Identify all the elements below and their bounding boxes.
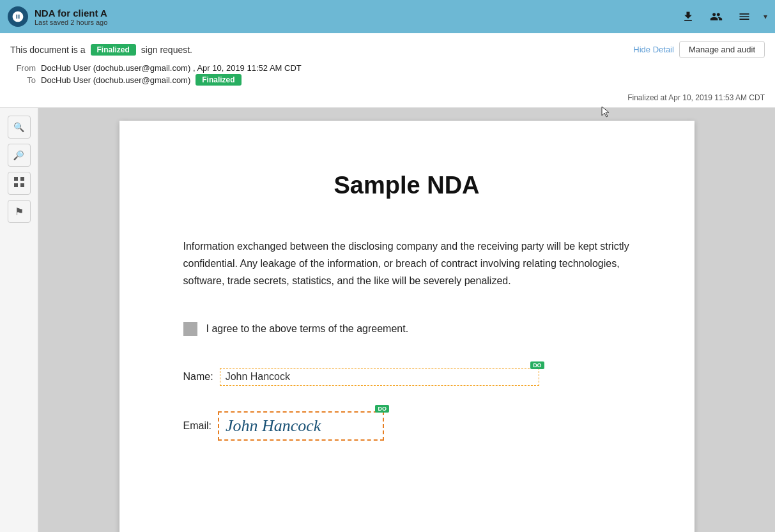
finalized-at-text: Finalized at Apr 10, 2019 11:53 AM CDT <box>627 93 765 102</box>
email-signature-value: John Hancock <box>226 416 321 435</box>
menu-chevron: ▾ <box>763 12 767 21</box>
header-title-group: NDA for client A Last saved 2 hours ago <box>35 8 673 26</box>
from-label: From <box>10 63 36 73</box>
info-bar-meta: From DocHub User (dochub.user@gmail.com)… <box>0 63 775 91</box>
menu-icon <box>738 10 751 23</box>
download-icon <box>682 10 694 23</box>
to-label: To <box>10 75 36 85</box>
signature-field-badge: DO <box>375 405 389 413</box>
finalized-badge: Finalized <box>91 44 136 56</box>
document-heading: Sample NDA <box>183 172 631 199</box>
zoom-out-button[interactable]: 🔍 <box>8 144 31 167</box>
name-value: John Hancock <box>226 371 290 382</box>
agree-row: I agree to the above terms of the agreem… <box>183 322 631 336</box>
download-button[interactable] <box>679 8 697 26</box>
doc-status-suffix: sign request. <box>141 45 192 55</box>
info-bar: This document is a Finalized sign reques… <box>0 33 775 108</box>
document-title: NDA for client A <box>35 8 673 19</box>
email-field-row: Email: John Hancock DO <box>183 411 631 441</box>
header-actions: ▾ <box>679 8 767 26</box>
logo-icon <box>12 10 24 23</box>
left-sidebar: 🔍 🔍 ⚑ <box>0 108 38 532</box>
to-finalized-badge: Finalized <box>196 74 241 86</box>
app-header: NDA for client A Last saved 2 hours ago … <box>0 0 775 33</box>
doc-status: This document is a Finalized sign reques… <box>10 44 192 56</box>
name-input[interactable]: John Hancock <box>220 368 539 386</box>
app-logo <box>8 6 28 27</box>
menu-button[interactable] <box>735 8 753 26</box>
name-label: Name: <box>183 371 213 383</box>
to-row: To DocHub User (dochub.user@gmail.com) F… <box>10 74 765 86</box>
name-field-wrapper: John Hancock DO <box>220 368 539 386</box>
email-label: Email: <box>183 420 211 432</box>
last-saved: Last saved 2 hours ago <box>35 19 673 26</box>
info-bar-actions: Hide Detail Manage and audit <box>633 41 765 58</box>
user-button[interactable] <box>707 8 725 26</box>
info-bar-top: This document is a Finalized sign reques… <box>0 33 775 63</box>
svg-rect-1 <box>20 177 24 181</box>
document-body-text: Information exchanged between the disclo… <box>183 238 631 290</box>
user-icon <box>710 10 723 23</box>
document-area[interactable]: Sample NDA Information exchanged between… <box>38 108 775 532</box>
svg-rect-0 <box>14 177 18 181</box>
signature-field-wrapper: John Hancock DO <box>218 411 384 441</box>
doc-status-prefix: This document is a <box>10 45 86 55</box>
zoom-in-icon: 🔍 <box>13 122 24 132</box>
svg-rect-3 <box>20 183 24 187</box>
email-signature-input[interactable]: John Hancock <box>218 411 384 441</box>
document-page: Sample NDA Information exchanged between… <box>119 121 694 532</box>
zoom-out-icon: 🔍 <box>13 150 24 160</box>
manage-audit-button[interactable]: Manage and audit <box>679 41 765 58</box>
to-value: DocHub User (dochub.user@gmail.com) <box>41 75 190 85</box>
grid-icon <box>14 177 24 190</box>
from-value: DocHub User (dochub.user@gmail.com) , Ap… <box>41 63 302 73</box>
finalized-at-row: Finalized at Apr 10, 2019 11:53 AM CDT <box>0 91 775 107</box>
svg-rect-2 <box>14 183 18 187</box>
flag-button[interactable]: ⚑ <box>8 200 31 223</box>
zoom-in-button[interactable]: 🔍 <box>8 116 31 139</box>
main-layout: 🔍 🔍 ⚑ Sample NDA Information exchanged b… <box>0 108 775 532</box>
agree-text: I agree to the above terms of the agreem… <box>206 323 409 335</box>
from-row: From DocHub User (dochub.user@gmail.com)… <box>10 63 765 73</box>
checkbox-placeholder[interactable] <box>183 322 197 336</box>
name-field-badge: DO <box>530 361 544 369</box>
hide-detail-button[interactable]: Hide Detail <box>633 45 674 54</box>
grid-button[interactable] <box>8 172 31 195</box>
name-field-row: Name: John Hancock DO <box>183 368 631 386</box>
flag-icon: ⚑ <box>15 206 24 218</box>
